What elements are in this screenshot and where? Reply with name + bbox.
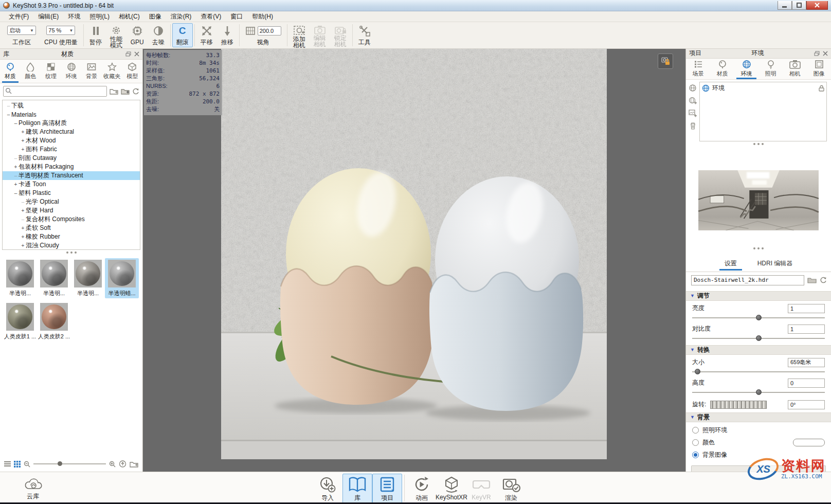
- environment-list-item[interactable]: 环境: [702, 84, 824, 93]
- zoom-in-icon[interactable]: [109, 461, 116, 467]
- lock-icon[interactable]: [819, 85, 824, 92]
- transform-slider[interactable]: [692, 368, 825, 375]
- tree-item[interactable]: +卡通 Toon: [3, 180, 140, 189]
- library-tab-颜色[interactable]: 颜色: [21, 60, 41, 83]
- tree-expander-icon[interactable]: +: [20, 129, 26, 135]
- tree-expander-icon[interactable]: –: [13, 190, 19, 196]
- list-view-icon[interactable]: [4, 461, 11, 467]
- library-search-input[interactable]: [3, 86, 107, 97]
- tree-item[interactable]: +柔软 Soft: [3, 224, 140, 232]
- material-thumbnail[interactable]: 半透明...: [3, 258, 37, 298]
- zoom-out-icon[interactable]: [24, 461, 30, 467]
- toolbar-denoise-button[interactable]: 去噪: [148, 23, 169, 47]
- open-folder-icon[interactable]: [807, 277, 817, 283]
- toolbar-gpu-button[interactable]: GPU: [127, 23, 148, 47]
- toolbar-workspace-dropdown[interactable]: 启动▼: [7, 26, 36, 35]
- tree-item[interactable]: –Materials: [3, 110, 140, 119]
- settings-tab-HDRI 编辑器[interactable]: HDRI 编辑器: [754, 259, 796, 270]
- library-tab-背景[interactable]: 背景: [81, 60, 102, 83]
- tree-expander-icon[interactable]: +: [20, 243, 26, 248]
- menu-item[interactable]: 查看(V): [196, 11, 226, 22]
- tree-item[interactable]: +包装材料 Packaging: [3, 163, 140, 171]
- tree-item[interactable]: –Poliigon 高清材质: [3, 119, 140, 128]
- menu-item[interactable]: 窗口: [226, 11, 247, 22]
- toolbar-tumble-button[interactable]: C翻滚: [172, 23, 193, 47]
- dock-item-库[interactable]: 库: [342, 474, 372, 504]
- transform-slider-thumb[interactable]: [695, 369, 700, 374]
- project-tab-图像[interactable]: 图像: [807, 59, 831, 79]
- project-tab-照明[interactable]: 照明: [758, 59, 783, 79]
- tree-item[interactable]: –光学 Optical: [3, 197, 140, 206]
- minimize-button[interactable]: [778, 1, 792, 10]
- section-background[interactable]: ▼ 背景: [686, 412, 831, 422]
- library-tab-纹理[interactable]: 纹理: [41, 60, 61, 83]
- toolbar-fov-button[interactable]: 200.0视角: [241, 23, 285, 47]
- tree-item[interactable]: –塑料 Plastic: [3, 189, 140, 197]
- transform-slider[interactable]: [692, 389, 825, 396]
- dock-item-KeyShotXR[interactable]: KeyShotXR: [437, 474, 466, 502]
- project-tab-相机[interactable]: 相机: [783, 59, 807, 79]
- adjust-value-field[interactable]: 1: [788, 304, 825, 313]
- toolbar-performance-mode-button[interactable]: 性能 模式: [106, 23, 127, 47]
- library-tab-收藏夹[interactable]: 收藏夹: [102, 60, 122, 83]
- material-thumbnail[interactable]: 半透明蜡...: [105, 258, 139, 298]
- menu-item[interactable]: 文件(F): [4, 11, 33, 22]
- color-swatch[interactable]: [793, 439, 825, 446]
- toolbar-add-camera-button[interactable]: 添加 相机: [289, 23, 310, 47]
- hdri-file-field[interactable]: Dosch-Stairwell_2k.hdr: [691, 275, 804, 285]
- splitter-handle[interactable]: [0, 250, 142, 255]
- dock-item-cloud-library[interactable]: 云库: [24, 475, 42, 501]
- maximize-button[interactable]: [792, 1, 806, 10]
- camera-lock-icon[interactable]: [658, 53, 673, 69]
- adjust-slider[interactable]: [692, 314, 825, 321]
- add-environment-icon[interactable]: [689, 97, 697, 105]
- tree-item[interactable]: –半透明材质 Translucent: [3, 171, 140, 180]
- tree-expander-icon[interactable]: +: [20, 234, 26, 240]
- hdri-preview-image[interactable]: [691, 170, 826, 230]
- library-tab-材质[interactable]: 材质: [0, 60, 21, 83]
- upload-material-icon[interactable]: [119, 460, 127, 467]
- settings-tab-设置[interactable]: 设置: [721, 259, 740, 270]
- tree-item[interactable]: +坚硬 Hard: [3, 206, 140, 215]
- tree-item[interactable]: –下载: [3, 101, 140, 110]
- section-transform[interactable]: ▼ 转换: [686, 345, 831, 355]
- tree-expander-icon[interactable]: +: [20, 138, 26, 143]
- undock-panel-icon[interactable]: [125, 51, 131, 57]
- section-adjust[interactable]: ▼ 调节: [686, 291, 831, 301]
- project-tab-材质[interactable]: 材质: [710, 59, 734, 79]
- tree-item[interactable]: +混浊 Cloudy: [3, 241, 140, 250]
- menu-item[interactable]: 相机(C): [114, 11, 144, 22]
- menu-item[interactable]: 渲染(R): [166, 11, 196, 22]
- transform-rotation-scrubber[interactable]: [710, 401, 767, 409]
- library-tab-环境[interactable]: 环境: [61, 60, 82, 83]
- add-backplate-icon[interactable]: [689, 110, 697, 117]
- thumbnail-size-slider[interactable]: [33, 461, 106, 467]
- tree-item[interactable]: +橡胶 Rubber: [3, 232, 140, 241]
- splitter-handle[interactable]: [686, 246, 831, 251]
- toolbar-fov-field[interactable]: 200.0: [258, 26, 281, 35]
- close-panel-icon[interactable]: [134, 51, 139, 57]
- adjust-slider-thumb[interactable]: [756, 335, 762, 341]
- radio-button[interactable]: [692, 439, 699, 446]
- transform-value-field[interactable]: 0: [788, 379, 825, 388]
- radio-button[interactable]: [692, 427, 699, 434]
- transform-value-field[interactable]: 0°: [788, 400, 825, 409]
- tree-item[interactable]: +建筑 Architectural: [3, 128, 140, 136]
- tree-item[interactable]: +木材 Wood: [3, 136, 140, 145]
- material-thumbnail[interactable]: 人类皮肤1 ...: [3, 301, 37, 341]
- material-thumbnail[interactable]: 半透明...: [37, 258, 71, 298]
- adjust-slider[interactable]: [692, 335, 825, 342]
- environment-sphere-icon[interactable]: [689, 84, 697, 92]
- tree-item[interactable]: +面料 Fabric: [3, 145, 140, 154]
- splitter-handle[interactable]: [686, 141, 831, 147]
- add-folder-icon[interactable]: [121, 88, 130, 95]
- import-folder-icon[interactable]: [110, 88, 118, 95]
- toolbar-cpu-usage-dropdown[interactable]: 75 %▼: [46, 26, 75, 35]
- background-option-背景图像[interactable]: 背景图像: [686, 447, 831, 459]
- project-tab-场景[interactable]: 场景: [686, 59, 710, 79]
- library-tab-模型[interactable]: 模型: [122, 60, 142, 83]
- adjust-slider-thumb[interactable]: [756, 315, 762, 320]
- menu-item[interactable]: 帮助(H): [247, 11, 278, 22]
- delete-environment-icon[interactable]: [690, 122, 696, 130]
- adjust-value-field[interactable]: 1: [788, 325, 825, 334]
